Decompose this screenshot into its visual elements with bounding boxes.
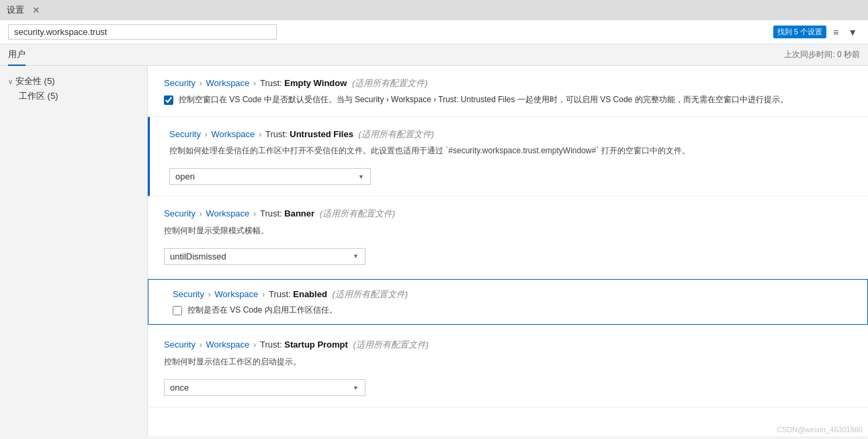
breadcrumb-trust-5: Trust: xyxy=(260,340,284,350)
scope-label-3: (适用所有配置文件) xyxy=(320,208,396,218)
sidebar-group-security: ∨ 安全性 (5) 工作区 (5) xyxy=(5,74,142,104)
sidebar-group-security-label: 安全性 (5) xyxy=(15,75,55,87)
setting-enabled: Security › Workspace › Trust: Enabled (适… xyxy=(148,279,868,325)
setting-startup-prompt-desc: 控制何时显示信任工作区的启动提示。 xyxy=(164,356,852,368)
title-bar-title: 设置 xyxy=(7,4,24,16)
sidebar: ∨ 安全性 (5) 工作区 (5) xyxy=(0,66,148,436)
breadcrumb-trust-1: Trust: xyxy=(260,78,284,88)
dropdown-wrapper-untrusted-files: open prompt newWindow xyxy=(169,168,371,185)
breadcrumb-security-3: Security xyxy=(164,208,196,218)
setting-name-startup-prompt: Startup Prompt xyxy=(284,340,348,350)
breadcrumb-workspace-1: Workspace xyxy=(206,78,250,88)
dropdown-wrapper-startup-prompt: once always never xyxy=(164,379,365,396)
sidebar-item-workspace[interactable]: 工作区 (5) xyxy=(5,89,142,104)
breadcrumb-workspace-5: Workspace xyxy=(206,340,250,350)
sync-info: 上次同步时间: 0 秒前 xyxy=(784,49,860,61)
setting-untrusted-files-desc: 控制如何处理在受信任的工作区中打开不受信任的文件。此设置也适用于通过 `#sec… xyxy=(169,145,852,157)
list-icon[interactable]: ≡ xyxy=(830,26,841,39)
dropdown-wrapper-banner: untilDismissed always never xyxy=(164,248,365,265)
setting-name-banner: Banner xyxy=(284,208,314,218)
breadcrumb-trust-2: Trust: xyxy=(265,129,290,139)
checkbox-enabled[interactable] xyxy=(173,306,182,315)
tab-user[interactable]: 用户 xyxy=(8,44,26,66)
setting-banner-desc: 控制何时显示受限模式横幅。 xyxy=(164,225,852,237)
chevron-down-icon: ∨ xyxy=(8,78,13,85)
filter-icon[interactable]: ▼ xyxy=(845,26,860,39)
dropdown-untrusted-files[interactable]: open prompt newWindow xyxy=(169,168,371,185)
search-actions: 找到 5 个设置 ≡ ▼ xyxy=(773,26,860,39)
setting-untrusted-files-title: Security › Workspace › Trust: Untrusted … xyxy=(169,128,852,141)
setting-name-untrusted-files: Untrusted Files xyxy=(290,129,353,139)
search-bar: 找到 5 个设置 ≡ ▼ xyxy=(0,20,868,44)
main-layout: ∨ 安全性 (5) 工作区 (5) Security › Workspace ›… xyxy=(0,66,868,436)
content-area: Security › Workspace › Trust: Empty Wind… xyxy=(148,66,868,436)
breadcrumb-workspace-4: Workspace xyxy=(215,289,259,299)
sidebar-group-security-title[interactable]: ∨ 安全性 (5) xyxy=(5,74,142,89)
checkbox-empty-window[interactable] xyxy=(164,95,173,105)
breadcrumb-security-5: Security xyxy=(164,340,196,350)
checkbox-row-empty-window: 控制空窗口在 VS Code 中是否默认受信任。当与 Security › Wo… xyxy=(164,94,852,106)
setting-enabled-title: Security › Workspace › Trust: Enabled (适… xyxy=(173,288,857,301)
scope-label-5: (适用所有配置文件) xyxy=(353,340,429,350)
setting-empty-window: Security › Workspace › Trust: Empty Wind… xyxy=(148,66,868,117)
setting-banner: Security › Workspace › Trust: Banner (适用… xyxy=(148,196,868,276)
breadcrumb-security-4: Security xyxy=(173,289,204,299)
checkbox-row-enabled: 控制是否在 VS Code 内启用工作区信任。 xyxy=(173,305,857,316)
breadcrumb-workspace-3: Workspace xyxy=(206,208,250,218)
close-icon[interactable]: ✕ xyxy=(32,5,40,15)
tab-bar: 用户 上次同步时间: 0 秒前 xyxy=(0,44,868,66)
setting-name-empty-window: Empty Window xyxy=(284,78,347,88)
dropdown-banner[interactable]: untilDismissed always never xyxy=(164,248,365,265)
setting-startup-prompt: Security › Workspace › Trust: Startup Pr… xyxy=(148,327,868,407)
search-input[interactable] xyxy=(8,24,277,40)
setting-enabled-wrapper: ⚙ Security › Workspace › Trust: Enabled … xyxy=(148,279,868,325)
breadcrumb-security-1: Security xyxy=(164,78,196,88)
breadcrumb-trust-3: Trust: xyxy=(260,208,284,218)
setting-untrusted-files: Security › Workspace › Trust: Untrusted … xyxy=(148,117,868,197)
checkbox-empty-window-label: 控制空窗口在 VS Code 中是否默认受信任。当与 Security › Wo… xyxy=(179,94,788,106)
setting-empty-window-title: Security › Workspace › Trust: Empty Wind… xyxy=(164,77,852,90)
breadcrumb-workspace-2: Workspace xyxy=(212,129,255,139)
setting-startup-prompt-title: Security › Workspace › Trust: Startup Pr… xyxy=(164,338,852,352)
breadcrumb-security-2: Security xyxy=(169,129,201,139)
breadcrumb-trust-4: Trust: xyxy=(269,289,293,299)
scope-label-2: (适用所有配置文件) xyxy=(359,129,435,139)
dropdown-startup-prompt[interactable]: once always never xyxy=(164,379,365,396)
scope-label-4: (适用所有配置文件) xyxy=(332,289,408,299)
results-badge: 找到 5 个设置 xyxy=(773,26,826,38)
setting-name-enabled: Enabled xyxy=(293,289,327,299)
watermark: CSDN@weixin_46301860 xyxy=(777,426,863,434)
title-bar: 设置 ✕ xyxy=(0,0,868,20)
setting-banner-title: Security › Workspace › Trust: Banner (适用… xyxy=(164,207,852,221)
checkbox-enabled-label: 控制是否在 VS Code 内启用工作区信任。 xyxy=(187,305,337,316)
scope-label-1: (适用所有配置文件) xyxy=(352,78,428,88)
